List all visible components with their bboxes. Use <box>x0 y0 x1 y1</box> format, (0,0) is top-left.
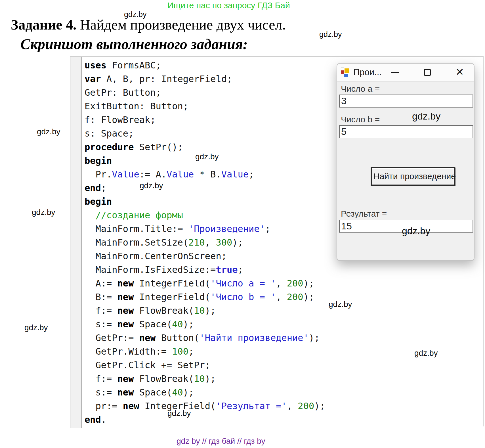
top-banner: Ищите нас по запросу ГДЗ Бай <box>167 1 290 10</box>
app-icon-red-square <box>341 70 344 74</box>
window-title: Прои... <box>353 67 382 78</box>
task-number: Задание 4. <box>11 17 77 33</box>
number-a-input[interactable] <box>339 95 473 108</box>
watermark: gdz.by <box>329 300 352 309</box>
maximize-icon <box>424 69 431 76</box>
code-line: GetPr:= new Button('Найти произведение')… <box>85 331 325 345</box>
watermark: gdz.by <box>140 181 163 190</box>
code-line: pr:= new IntegerField('Результат =', 200… <box>85 399 325 413</box>
find-product-button[interactable]: Найти произведение <box>371 167 455 186</box>
code-line: procedure SetPr(); <box>85 140 325 154</box>
code-line: end; <box>85 181 325 195</box>
app-icon-blue-square <box>344 74 348 77</box>
code-block: uses FormsABC;var A, B, pr: IntegerField… <box>85 58 325 426</box>
winforms-app-icon <box>341 68 350 77</box>
task-text: Найдем произведение двух чисел. <box>77 17 286 33</box>
code-area-right-border <box>483 57 484 426</box>
footer-text: gdz by // гдз бай // гдз by <box>177 437 265 446</box>
watermark: gdz.by <box>319 30 342 39</box>
code-line: MainForm.Title:= 'Произведение'; <box>85 222 325 236</box>
code-line: Pr.Value:= A.Value * B.Value; <box>85 168 325 181</box>
close-button[interactable]: ✕ <box>454 64 465 81</box>
watermark: gdz.by <box>37 127 60 136</box>
code-line: f:= new FlowBreak(10); <box>85 372 325 386</box>
code-line: s:= new Space(40); <box>85 317 325 331</box>
code-line: ExitButton: Button; <box>85 99 325 113</box>
window-titlebar[interactable]: Прои... ✕ <box>337 64 474 81</box>
watermark: gdz.by <box>167 409 191 418</box>
code-line: end. <box>85 413 325 426</box>
label-result: Результат = <box>341 209 387 219</box>
label-number-a: Число a = <box>341 84 380 94</box>
watermark: gdz.by <box>414 349 438 358</box>
watermark: gdz.by <box>195 152 219 161</box>
code-line: //создание формы <box>85 208 325 222</box>
code-line: f:= new FlowBreak(10); <box>85 304 325 317</box>
page-subtitle: Скриншот выполненного задания: <box>20 36 248 53</box>
code-line: MainForm.CenterOnScreen; <box>85 249 325 263</box>
code-line: s: Space; <box>85 127 325 140</box>
code-line: B:= new IntegerField('Число b = ', 200); <box>85 290 325 304</box>
page-title: Задание 4. Найдем произведение двух чисе… <box>11 16 286 33</box>
watermark: gdz.by <box>32 208 55 217</box>
watermark: gdz.by <box>24 323 48 332</box>
code-line: MainForm.SetSize(210, 300); <box>85 236 325 249</box>
maximize-button[interactable] <box>422 64 433 81</box>
watermark: gdz.by <box>402 225 430 236</box>
page: Ищите нас по запросу ГДЗ Бай Задание 4. … <box>0 0 485 448</box>
app-icon-yellow-square <box>344 68 349 73</box>
close-icon: ✕ <box>455 66 464 78</box>
code-line: A:= new IntegerField('Число a = ', 200); <box>85 277 325 290</box>
code-line: s:= new Space(40); <box>85 386 325 399</box>
code-line: var A, B, pr: IntegerField; <box>85 72 325 86</box>
code-line: GetPr.Width:= 100; <box>85 345 325 358</box>
code-line: uses FormsABC; <box>85 58 325 72</box>
minimize-icon <box>391 72 399 73</box>
number-b-input[interactable] <box>339 125 473 138</box>
watermark: gdz.by <box>412 111 440 122</box>
watermark: gdz.by <box>124 10 147 19</box>
code-line: begin <box>85 195 325 208</box>
code-line: f: FlowBreak; <box>85 113 325 127</box>
minimize-button[interactable] <box>389 64 401 81</box>
code-area-top-border <box>70 56 484 57</box>
code-editor-gutter <box>70 57 82 428</box>
label-number-b: Число b = <box>341 115 380 124</box>
code-line: MainForm.IsFixedSize:=true; <box>85 263 325 277</box>
code-line: GetPr: Button; <box>85 86 325 99</box>
code-line: GetPr.Click += SetPr; <box>85 358 325 372</box>
